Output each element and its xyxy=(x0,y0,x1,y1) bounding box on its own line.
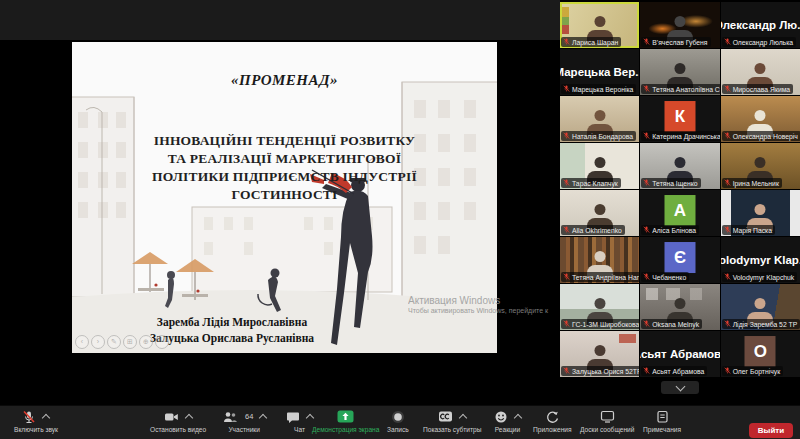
participant-tile[interactable]: Alla Okhrimenko xyxy=(560,190,639,236)
participant-name: Олег Бортнічук xyxy=(733,368,781,375)
participant-tile[interactable]: Volodymyr Klap...Volodymyr Klapchuk xyxy=(721,237,800,283)
captions-label: Показать субтитры xyxy=(423,426,481,433)
participant-name-label: Залуцька Орися 52ТР xyxy=(561,366,639,376)
participant-tile[interactable]: Тетяна Анатоліївна Силь... xyxy=(640,49,719,95)
heading-line-4: ГОСТИННОСТІ xyxy=(72,186,497,204)
participant-name: Тетяна Іщенко xyxy=(652,180,697,187)
participant-name-label: Катерина Драчинська xyxy=(641,131,719,141)
participant-tile[interactable]: Асьят АбрамоваАсьят Абрамова xyxy=(640,331,719,377)
reactions-button[interactable]: Реакции xyxy=(494,409,521,433)
leave-meeting-button[interactable]: Выйти xyxy=(749,423,793,438)
participant-name-label: Чебаненко xyxy=(641,272,689,282)
presentation-slide: «ПРОМЕНАД» ІННОВАЦІЙНІ ТЕНДЕНЦІЇ РОЗВИТК… xyxy=(72,42,497,353)
participant-tile[interactable]: ООлег Бортнічук xyxy=(721,331,800,377)
participants-count: 64 xyxy=(245,412,253,421)
heading-line-3: ПОЛІТИКИ ПІДПРИЄМСТВ ІНДУСТРІЇ xyxy=(72,168,497,186)
participant-name: Ірина Мельник xyxy=(733,180,779,187)
participant-name: Залуцька Орися 52ТР xyxy=(572,368,639,375)
captions-button[interactable]: Показать субтитры xyxy=(423,409,481,433)
share-screen-button[interactable]: Демонстрация экрана xyxy=(312,409,379,433)
participant-tile[interactable]: Наталія Бондарова xyxy=(560,96,639,142)
participant-tile[interactable]: ЄЧебаненко xyxy=(640,237,719,283)
chat-icon xyxy=(286,410,300,424)
participants-gallery: Лариса ШаранВ'ячеслав ГубеняОлександр Лю… xyxy=(560,0,800,405)
participant-tile[interactable]: Марія Паска xyxy=(721,190,800,236)
show-slides-icon[interactable]: ⊞ xyxy=(123,335,137,349)
prev-slide-icon[interactable]: ‹ xyxy=(75,335,89,349)
muted-mic-icon xyxy=(643,320,650,328)
participant-name: Аліса Блінова xyxy=(652,227,696,234)
participant-tile[interactable]: ККатерина Драчинська xyxy=(640,96,719,142)
participant-tile[interactable]: В'ячеслав Губеня xyxy=(640,2,719,48)
participant-tile[interactable]: Мирослава Якима xyxy=(721,49,800,95)
screen-share-area: «ПРОМЕНАД» ІННОВАЦІЙНІ ТЕНДЕНЦІЇ РОЗВИТК… xyxy=(0,0,560,405)
participant-name: Тарас Клапчук xyxy=(572,180,618,187)
participant-tile[interactable]: Тетяна Андріївна Нагірна xyxy=(560,237,639,283)
participant-name: Чебаненко xyxy=(652,274,686,281)
reactions-options-caret[interactable] xyxy=(514,413,522,421)
participant-name-label: Тетяна Іщенко xyxy=(641,178,700,188)
participant-name-label: Марія Паска xyxy=(722,225,775,235)
captions-options-caret[interactable] xyxy=(459,413,467,421)
participant-name: Асьят Абрамова xyxy=(652,368,704,375)
participants-grid: Лариса ШаранВ'ячеслав ГубеняОлександр Лю… xyxy=(560,2,800,377)
participant-tile[interactable]: Залуцька Орися 52ТР xyxy=(560,331,639,377)
participant-name-label: Мирослава Якима xyxy=(722,84,794,94)
muted-mic-icon xyxy=(724,320,731,328)
participant-tile[interactable]: Лідія Заремба 52 ТР xyxy=(721,284,800,330)
slideshow-controls: ‹ › ✎ ⊞ ⊕ ⋯ xyxy=(75,335,169,349)
whiteboards-button[interactable]: Доски сообщений xyxy=(580,409,634,433)
apps-button[interactable]: Приложения xyxy=(533,409,572,433)
participant-tile[interactable]: ААліса Блінова xyxy=(640,190,719,236)
participants-button[interactable]: 64 Участники xyxy=(222,409,266,433)
muted-mic-icon xyxy=(643,367,650,375)
video-scene-detail xyxy=(562,7,569,34)
video-options-caret[interactable] xyxy=(185,413,193,421)
participant-name-label: Асьят Абрамова xyxy=(641,366,707,376)
participant-name-label: Oksana Melnyk xyxy=(641,319,702,329)
participant-name: Олександр Люлька xyxy=(733,39,793,46)
participant-tile[interactable]: Марецька Вер...Марецька Вероніка xyxy=(560,49,639,95)
chat-label: Чат xyxy=(294,426,305,433)
participant-tile[interactable]: Ірина Мельник xyxy=(721,143,800,189)
participant-name: Олександра Новеріч xyxy=(733,133,798,140)
notes-icon xyxy=(656,410,669,423)
muted-mic-icon xyxy=(643,85,650,93)
participant-tile[interactable]: Олександр Лю...Олександр Люлька xyxy=(721,2,800,48)
record-label: Запись xyxy=(387,426,409,433)
participant-name: Лариса Шаран xyxy=(572,39,618,46)
stop-video-button[interactable]: Остановить видео xyxy=(150,409,206,433)
next-slide-icon[interactable]: › xyxy=(91,335,105,349)
participant-name: Тетяна Андріївна Нагірна xyxy=(572,274,639,281)
participant-tile[interactable]: ГС-1-3М Широбокова А... xyxy=(560,284,639,330)
notes-button[interactable]: Примечания xyxy=(643,409,681,433)
participant-name: ГС-1-3М Широбокова А... xyxy=(572,321,639,328)
muted-mic-icon xyxy=(643,273,650,281)
reactions-smiley-icon xyxy=(494,410,508,424)
unmute-button[interactable]: Включить звук xyxy=(14,409,58,433)
participant-tile[interactable]: Тетяна Іщенко xyxy=(640,143,719,189)
participant-name: Наталія Бондарова xyxy=(572,133,633,140)
participant-tile[interactable]: Тарас Клапчук xyxy=(560,143,639,189)
muted-mic-icon xyxy=(563,132,570,140)
chat-button[interactable]: Чат xyxy=(286,409,313,433)
chevron-down-icon xyxy=(675,381,685,391)
more-options-icon[interactable]: ⋯ xyxy=(155,335,169,349)
pen-tool-icon[interactable]: ✎ xyxy=(107,335,121,349)
muted-mic-icon xyxy=(643,38,650,46)
slide-title: «ПРОМЕНАД» xyxy=(72,72,497,89)
apps-label: Приложения xyxy=(533,426,572,433)
mic-options-caret[interactable] xyxy=(42,413,50,421)
participant-name: Лідія Заремба 52 ТР xyxy=(733,321,798,328)
participants-options-caret[interactable] xyxy=(259,413,267,421)
gallery-scroll-down-button[interactable] xyxy=(661,381,699,394)
participant-tile[interactable]: Oksana Melnyk xyxy=(640,284,719,330)
muted-mic-icon xyxy=(724,226,731,234)
participant-tile[interactable]: Олександра Новеріч xyxy=(721,96,800,142)
participant-tile[interactable]: Лариса Шаран xyxy=(560,2,639,48)
participant-name: Марецька Вероніка xyxy=(572,86,633,93)
participant-name-label: Олег Бортнічук xyxy=(722,366,784,376)
zoom-tool-icon[interactable]: ⊕ xyxy=(139,335,153,349)
share-top-band xyxy=(0,0,560,40)
record-button[interactable]: Запись xyxy=(387,409,409,433)
